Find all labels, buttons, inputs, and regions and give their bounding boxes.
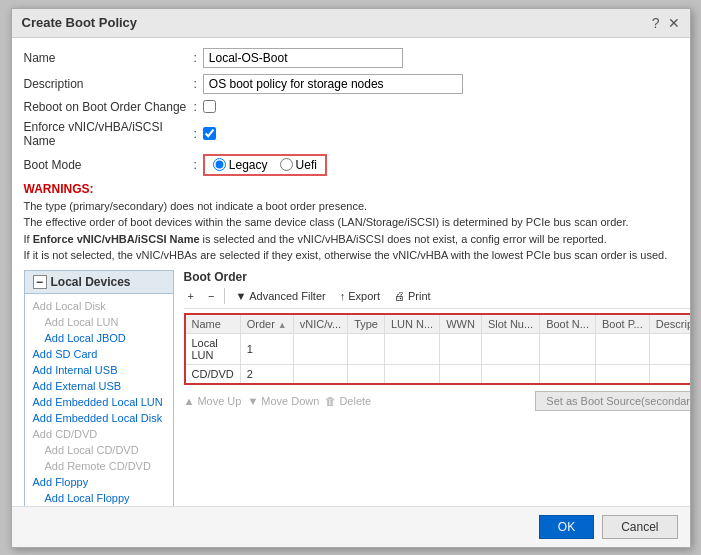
- enforce-row: Enforce vNIC/vHBA/iSCSI Name :: [24, 120, 678, 148]
- legacy-radio-label[interactable]: Legacy: [213, 158, 268, 172]
- left-menu: Add Local Disk Add Local LUN Add Local J…: [24, 294, 174, 506]
- menu-add-embedded-local-disk[interactable]: Add Embedded Local Disk: [25, 410, 173, 426]
- local-devices-header: − Local Devices: [24, 270, 174, 294]
- menu-add-floppy[interactable]: Add Floppy: [25, 474, 173, 490]
- menu-add-sd-card[interactable]: Add SD Card: [25, 346, 173, 362]
- col-order: Order ▲: [240, 314, 293, 334]
- warning-line4: If it is not selected, the vNIC/vHBAs ar…: [24, 249, 668, 261]
- move-down-button[interactable]: ▼ Move Down: [247, 395, 319, 407]
- menu-add-remote-cddvd: Add Remote CD/DVD: [25, 458, 173, 474]
- col-desc: Descrip...: [649, 314, 689, 334]
- menu-add-local-disk: Add Local Disk: [25, 298, 173, 314]
- reboot-row: Reboot on Boot Order Change :: [24, 100, 678, 114]
- main-panels: − Local Devices Add Local Disk Add Local…: [24, 270, 678, 496]
- print-button[interactable]: 🖨 Print: [390, 288, 435, 304]
- menu-add-embedded-local-lun[interactable]: Add Embedded Local LUN: [25, 394, 173, 410]
- ok-button[interactable]: OK: [539, 515, 594, 539]
- uefi-radio[interactable]: [280, 158, 293, 171]
- action-group: ▲ Move Up ▼ Move Down 🗑 Delete: [184, 395, 372, 407]
- boot-order-table: Name Order ▲ vNIC/v... Type LUN N... WWN…: [184, 313, 690, 385]
- dialog-header: Create Boot Policy ? ✕: [12, 9, 690, 38]
- name-label: Name: [24, 51, 194, 65]
- menu-add-external-usb[interactable]: Add External USB: [25, 378, 173, 394]
- close-icon[interactable]: ✕: [668, 15, 680, 31]
- menu-add-local-cddvd: Add Local CD/DVD: [25, 442, 173, 458]
- menu-add-cddvd: Add CD/DVD: [25, 426, 173, 442]
- table-row[interactable]: Local LUN 1: [185, 333, 690, 364]
- description-input[interactable]: [203, 74, 463, 94]
- warning-line1: The type (primary/secondary) does not in…: [24, 200, 368, 212]
- name-row: Name :: [24, 48, 678, 68]
- description-row: Description :: [24, 74, 678, 94]
- col-slot: Slot Nu...: [481, 314, 539, 334]
- left-panel: − Local Devices Add Local Disk Add Local…: [24, 270, 174, 496]
- uefi-radio-label[interactable]: Uefi: [280, 158, 317, 172]
- menu-add-internal-usb[interactable]: Add Internal USB: [25, 362, 173, 378]
- row-order: 2: [240, 364, 293, 384]
- dialog-footer: OK Cancel: [12, 506, 690, 547]
- col-name: Name: [185, 314, 241, 334]
- add-button[interactable]: +: [184, 288, 198, 304]
- warnings-box: WARNINGS: The type (primary/secondary) d…: [24, 182, 678, 264]
- delete-button[interactable]: 🗑 Delete: [325, 395, 371, 407]
- row-order: 1: [240, 333, 293, 364]
- menu-add-local-floppy[interactable]: Add Local Floppy: [25, 490, 173, 506]
- delete-icon: 🗑: [325, 395, 336, 407]
- reboot-label: Reboot on Boot Order Change: [24, 100, 194, 114]
- move-up-button[interactable]: ▲ Move Up: [184, 395, 242, 407]
- header-icons: ? ✕: [652, 15, 680, 31]
- warning-line2: The effective order of boot devices with…: [24, 216, 629, 228]
- remove-icon: −: [208, 290, 214, 302]
- col-wwn: WWN: [440, 314, 482, 334]
- menu-add-local-jbod[interactable]: Add Local JBOD: [25, 330, 173, 346]
- export-button[interactable]: ↑ Export: [336, 288, 384, 304]
- description-label: Description: [24, 77, 194, 91]
- uefi-label: Uefi: [296, 158, 317, 172]
- enforce-checkbox[interactable]: [203, 127, 216, 140]
- cancel-button[interactable]: Cancel: [602, 515, 677, 539]
- warnings-title: WARNINGS:: [24, 182, 678, 196]
- create-boot-policy-dialog: Create Boot Policy ? ✕ Name : Descriptio…: [11, 8, 691, 548]
- reboot-checkbox[interactable]: [203, 100, 216, 113]
- print-icon: 🖨: [394, 290, 405, 302]
- advanced-filter-button[interactable]: ▼ Advanced Filter: [231, 288, 329, 304]
- row-name: Local LUN: [185, 333, 241, 364]
- collapse-icon[interactable]: −: [33, 275, 47, 289]
- warning-line3-pre: If: [24, 233, 33, 245]
- local-devices-title: Local Devices: [51, 275, 131, 289]
- add-icon: +: [188, 290, 194, 302]
- export-icon: ↑: [340, 290, 346, 302]
- right-panel: Boot Order + − ▼ Advanced Filter ↑: [184, 270, 690, 496]
- col-lun: LUN N...: [385, 314, 440, 334]
- filter-icon: ▼: [235, 290, 246, 302]
- col-bootp: Boot P...: [595, 314, 649, 334]
- enforce-checkbox-wrap: [203, 127, 216, 140]
- boot-mode-label: Boot Mode: [24, 158, 194, 172]
- boot-mode-selector: Legacy Uefi: [203, 154, 327, 176]
- bottom-actions: ▲ Move Up ▼ Move Down 🗑 Delete Set as Bo…: [184, 391, 690, 411]
- table-row[interactable]: CD/DVD 2: [185, 364, 690, 384]
- move-down-icon: ▼: [247, 395, 258, 407]
- name-input[interactable]: [203, 48, 403, 68]
- reboot-checkbox-wrap: [203, 100, 216, 113]
- row-name: CD/DVD: [185, 364, 241, 384]
- enforce-label: Enforce vNIC/vHBA/iSCSI Name: [24, 120, 194, 148]
- col-type: Type: [348, 314, 385, 334]
- set-boot-source-button[interactable]: Set as Boot Source(secondary): [535, 391, 689, 411]
- legacy-radio[interactable]: [213, 158, 226, 171]
- remove-button[interactable]: −: [204, 288, 218, 304]
- col-vnic: vNIC/v...: [293, 314, 347, 334]
- boot-mode-row: Boot Mode : Legacy Uefi: [24, 154, 678, 176]
- col-bootn: Boot N...: [540, 314, 596, 334]
- help-icon[interactable]: ?: [652, 15, 660, 31]
- toolbar-divider: [224, 288, 225, 304]
- dialog-body: Name : Description : Reboot on Boot Orde…: [12, 38, 690, 506]
- legacy-label: Legacy: [229, 158, 268, 172]
- move-up-icon: ▲: [184, 395, 195, 407]
- menu-add-local-lun: Add Local LUN: [25, 314, 173, 330]
- warning-line3-bold: Enforce vNIC/vHBA/iSCSI Name: [33, 233, 200, 245]
- boot-order-title: Boot Order: [184, 270, 690, 284]
- warning-line3-post: is selected and the vNIC/vHBA/iSCSI does…: [200, 233, 607, 245]
- boot-order-toolbar: + − ▼ Advanced Filter ↑ Export: [184, 288, 690, 309]
- dialog-title: Create Boot Policy: [22, 15, 138, 30]
